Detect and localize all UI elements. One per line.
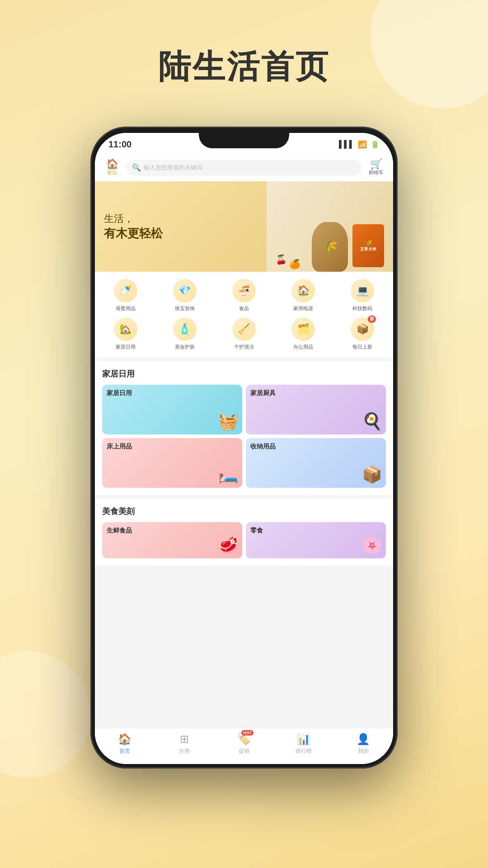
nav-home[interactable]: 🏠 首页: [111, 733, 138, 755]
battery-icon: 🔋: [371, 140, 380, 149]
category-new[interactable]: 📦 荐 每日上新: [336, 317, 389, 350]
food-icon: 🍜: [238, 285, 250, 297]
clean-icon: 🧹: [238, 323, 250, 335]
beauty-icon-circle: 🧴: [173, 317, 197, 341]
card-kitchen-icon: 🍳: [362, 412, 382, 431]
card-snacks-icon: 🌸: [362, 536, 382, 555]
nav-profile[interactable]: 👤 我的: [350, 733, 377, 755]
nav-profile-label: 我的: [358, 747, 369, 755]
category-food[interactable]: 🍜 食品: [217, 279, 271, 312]
card-fresh-food-icon: 🥩: [218, 536, 239, 555]
card-storage-label: 收纳用品: [250, 443, 276, 451]
card-fresh-food-label: 生鲜食品: [107, 527, 132, 535]
wifi-icon: 📶: [358, 140, 367, 149]
home-daily-section-title: 家居日用: [102, 368, 386, 379]
rice-bag-label: 五常大米: [360, 246, 376, 252]
nav-ranking-label: 排行榜: [296, 747, 312, 755]
new-daily-label: 每日上新: [352, 344, 372, 350]
card-bedding-icon: 🛏️: [218, 465, 239, 484]
search-bar[interactable]: 🔍 输入您想搜索的关键词: [127, 160, 361, 176]
app-content[interactable]: 生活， 有木更轻松 🌾 🌾 五常大米 🍒: [95, 181, 393, 749]
jewelry-icon-circle: 💎: [173, 279, 197, 302]
appliance-label: 家用电器: [293, 305, 313, 312]
nav-category-label: 分类: [179, 747, 190, 755]
signal-icon: ▌▌▌: [339, 140, 354, 148]
home-daily-icon-circle: 🏡: [114, 317, 137, 341]
new-daily-icon: 📦: [357, 323, 369, 335]
appliance-icon: 🏠: [297, 285, 310, 297]
appliance-icon-circle: 🏠: [291, 279, 315, 302]
nav-ranking-icon: 📊: [297, 733, 310, 745]
category-home[interactable]: 🏡 家居日用: [99, 317, 152, 350]
category-maternity[interactable]: 🍼 母婴用品: [99, 279, 152, 312]
card-home-daily[interactable]: 家居日用 🧺: [102, 385, 242, 434]
card-storage-icon: 📦: [362, 465, 382, 484]
jewelry-label: 珠宝首饰: [175, 305, 195, 312]
status-time: 11:00: [108, 139, 131, 150]
clean-label: 个护清洁: [234, 344, 254, 350]
status-icons: ▌▌▌ 📶 🔋: [339, 140, 380, 149]
nav-ranking[interactable]: 📊 排行榜: [290, 733, 317, 755]
card-snacks[interactable]: 零食 🌸: [246, 522, 386, 558]
clean-icon-circle: 🧹: [232, 317, 256, 341]
category-clean[interactable]: 🧹 个护清洁: [217, 317, 271, 350]
app-header: 🏠 新品 🔍 输入您想搜索的关键词 🛒 购物车: [95, 156, 393, 181]
card-kitchen[interactable]: 家居厨具 🍳: [246, 385, 386, 434]
card-kitchen-label: 家居厨具: [250, 389, 276, 397]
food-section-grid: 生鲜食品 🥩 零食 🌸: [102, 522, 386, 558]
maternity-icon-circle: 🍼: [114, 279, 137, 302]
tech-icon-circle: 💻: [351, 279, 374, 302]
maternity-icon: 🍼: [119, 285, 131, 297]
card-fresh-food[interactable]: 生鲜食品 🥩: [102, 522, 242, 558]
nav-home-label: 首页: [119, 747, 130, 755]
food-label: 食品: [239, 305, 249, 312]
nav-promo-label: 促销: [239, 747, 249, 755]
nav-profile-icon: 👤: [357, 733, 370, 745]
home-daily-label: 家居日用: [116, 344, 136, 350]
nav-promo[interactable]: 🏷️ HOT 促销: [230, 733, 258, 755]
home-daily-section: 家居日用 家居日用 🧺 家居厨具 🍳 床上用品 🛏️: [95, 361, 393, 495]
office-icon-circle: 🗂️: [291, 317, 315, 341]
notch: [199, 133, 289, 148]
beauty-label: 美妆护肤: [175, 344, 195, 350]
card-bedding-label: 床上用品: [107, 443, 132, 451]
search-icon: 🔍: [132, 163, 141, 172]
home-daily-grid: 家居日用 🧺 家居厨具 🍳 床上用品 🛏️ 收纳用品 📦: [102, 385, 386, 488]
card-snacks-label: 零食: [250, 527, 263, 535]
card-bedding[interactable]: 床上用品 🛏️: [102, 438, 242, 488]
hero-banner[interactable]: 生活， 有木更轻松 🌾 🌾 五常大米 🍒: [95, 181, 393, 272]
category-office[interactable]: 🗂️ 办公用品: [277, 317, 330, 350]
tech-label: 科技数码: [352, 305, 372, 312]
food-section-title: 美食美刻: [102, 506, 386, 517]
banner-decoration: 🌾 🌾 五常大米 🍒 🍊: [267, 181, 393, 272]
card-home-daily-label: 家居日用: [107, 389, 132, 397]
category-tech[interactable]: 💻 科技数码: [336, 279, 389, 312]
food-section: 美食美刻 生鲜食品 🥩 零食 🌸: [95, 499, 393, 566]
cherry-icon: 🍒: [276, 254, 287, 265]
bg-circle-bottom-left: [0, 651, 90, 778]
rice-bag: 🌾 五常大米: [352, 224, 384, 267]
home-daily-icon: 🏡: [119, 323, 131, 335]
hot-badge: HOT: [241, 730, 253, 736]
office-icon: 🗂️: [297, 323, 310, 335]
category-beauty[interactable]: 🧴 美妆护肤: [158, 317, 211, 350]
nav-category-icon: ⊞: [180, 733, 189, 745]
cart-button[interactable]: 🛒 购物车: [366, 159, 386, 176]
category-jewelry[interactable]: 💎 珠宝首饰: [158, 279, 211, 312]
category-appliance[interactable]: 🏠 家用电器: [277, 279, 330, 312]
category-grid: 🍼 母婴用品 💎 珠宝首饰 🍜 食品 🏠 家用电器 💻 科技数码: [95, 272, 393, 358]
new-items-label: 新品: [107, 169, 117, 176]
nav-home-icon: 🏠: [118, 733, 131, 745]
phone-frame: 11:00 ▌▌▌ 📶 🔋 🏠 新品 🔍 输入您想搜索的关键词 🛒 购物车: [90, 127, 398, 769]
cart-label: 购物车: [369, 169, 384, 176]
banner-text: 生活， 有木更轻松: [104, 212, 163, 241]
card-storage[interactable]: 收纳用品 📦: [246, 438, 386, 488]
orange-icon: 🍊: [289, 259, 300, 269]
new-icon-circle: 📦 荐: [351, 317, 374, 341]
tech-icon: 💻: [357, 285, 369, 297]
maternity-label: 母婴用品: [116, 305, 136, 312]
beauty-icon: 🧴: [178, 323, 191, 335]
card-home-daily-icon: 🧺: [218, 412, 239, 431]
new-items-button[interactable]: 🏠 新品: [102, 159, 122, 176]
nav-category[interactable]: ⊞ 分类: [171, 733, 198, 755]
